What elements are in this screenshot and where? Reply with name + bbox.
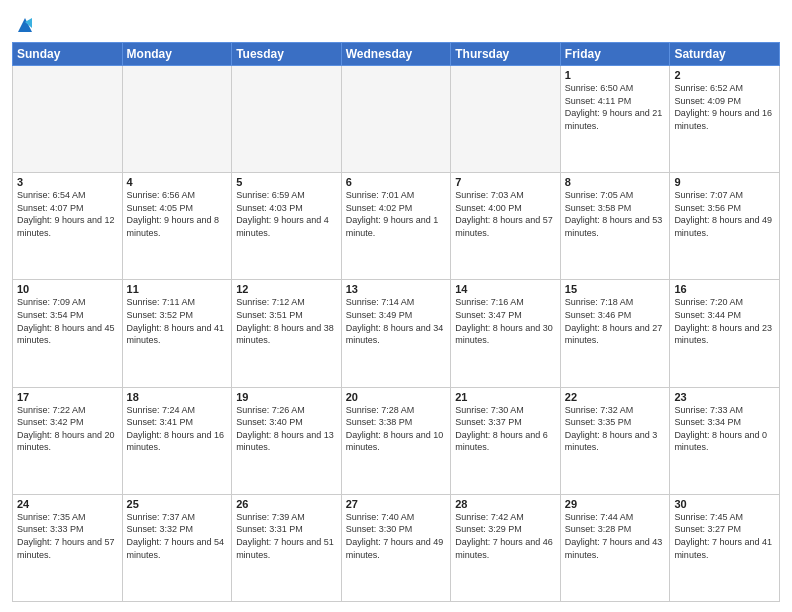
calendar-cell: 10Sunrise: 7:09 AM Sunset: 3:54 PM Dayli… bbox=[13, 280, 123, 387]
day-number: 17 bbox=[17, 391, 118, 403]
day-info: Sunrise: 6:59 AM Sunset: 4:03 PM Dayligh… bbox=[236, 189, 337, 239]
calendar-cell: 23Sunrise: 7:33 AM Sunset: 3:34 PM Dayli… bbox=[670, 387, 780, 494]
calendar-cell: 16Sunrise: 7:20 AM Sunset: 3:44 PM Dayli… bbox=[670, 280, 780, 387]
day-number: 30 bbox=[674, 498, 775, 510]
calendar-cell: 26Sunrise: 7:39 AM Sunset: 3:31 PM Dayli… bbox=[232, 494, 342, 601]
calendar-cell: 13Sunrise: 7:14 AM Sunset: 3:49 PM Dayli… bbox=[341, 280, 451, 387]
calendar-cell: 6Sunrise: 7:01 AM Sunset: 4:02 PM Daylig… bbox=[341, 173, 451, 280]
calendar-header-friday: Friday bbox=[560, 43, 670, 66]
day-info: Sunrise: 7:30 AM Sunset: 3:37 PM Dayligh… bbox=[455, 404, 556, 454]
day-number: 7 bbox=[455, 176, 556, 188]
calendar-cell: 14Sunrise: 7:16 AM Sunset: 3:47 PM Dayli… bbox=[451, 280, 561, 387]
day-number: 22 bbox=[565, 391, 666, 403]
header bbox=[12, 10, 780, 36]
calendar-cell: 28Sunrise: 7:42 AM Sunset: 3:29 PM Dayli… bbox=[451, 494, 561, 601]
calendar-cell: 3Sunrise: 6:54 AM Sunset: 4:07 PM Daylig… bbox=[13, 173, 123, 280]
calendar-cell: 9Sunrise: 7:07 AM Sunset: 3:56 PM Daylig… bbox=[670, 173, 780, 280]
day-number: 13 bbox=[346, 283, 447, 295]
calendar-cell: 8Sunrise: 7:05 AM Sunset: 3:58 PM Daylig… bbox=[560, 173, 670, 280]
day-info: Sunrise: 7:26 AM Sunset: 3:40 PM Dayligh… bbox=[236, 404, 337, 454]
calendar-cell bbox=[122, 66, 232, 173]
calendar-cell: 24Sunrise: 7:35 AM Sunset: 3:33 PM Dayli… bbox=[13, 494, 123, 601]
day-number: 23 bbox=[674, 391, 775, 403]
calendar-header-monday: Monday bbox=[122, 43, 232, 66]
calendar-cell: 2Sunrise: 6:52 AM Sunset: 4:09 PM Daylig… bbox=[670, 66, 780, 173]
day-info: Sunrise: 7:20 AM Sunset: 3:44 PM Dayligh… bbox=[674, 296, 775, 346]
calendar-week-3: 10Sunrise: 7:09 AM Sunset: 3:54 PM Dayli… bbox=[13, 280, 780, 387]
calendar-cell: 19Sunrise: 7:26 AM Sunset: 3:40 PM Dayli… bbox=[232, 387, 342, 494]
calendar-cell: 22Sunrise: 7:32 AM Sunset: 3:35 PM Dayli… bbox=[560, 387, 670, 494]
day-info: Sunrise: 7:28 AM Sunset: 3:38 PM Dayligh… bbox=[346, 404, 447, 454]
day-info: Sunrise: 7:42 AM Sunset: 3:29 PM Dayligh… bbox=[455, 511, 556, 561]
day-info: Sunrise: 7:14 AM Sunset: 3:49 PM Dayligh… bbox=[346, 296, 447, 346]
day-number: 18 bbox=[127, 391, 228, 403]
calendar-cell: 21Sunrise: 7:30 AM Sunset: 3:37 PM Dayli… bbox=[451, 387, 561, 494]
day-number: 14 bbox=[455, 283, 556, 295]
day-info: Sunrise: 7:16 AM Sunset: 3:47 PM Dayligh… bbox=[455, 296, 556, 346]
day-info: Sunrise: 7:12 AM Sunset: 3:51 PM Dayligh… bbox=[236, 296, 337, 346]
day-number: 1 bbox=[565, 69, 666, 81]
day-number: 3 bbox=[17, 176, 118, 188]
calendar-week-5: 24Sunrise: 7:35 AM Sunset: 3:33 PM Dayli… bbox=[13, 494, 780, 601]
day-number: 5 bbox=[236, 176, 337, 188]
day-info: Sunrise: 7:37 AM Sunset: 3:32 PM Dayligh… bbox=[127, 511, 228, 561]
logo-icon bbox=[14, 14, 36, 36]
calendar-cell bbox=[341, 66, 451, 173]
day-info: Sunrise: 7:40 AM Sunset: 3:30 PM Dayligh… bbox=[346, 511, 447, 561]
day-number: 16 bbox=[674, 283, 775, 295]
day-info: Sunrise: 7:01 AM Sunset: 4:02 PM Dayligh… bbox=[346, 189, 447, 239]
day-number: 15 bbox=[565, 283, 666, 295]
day-info: Sunrise: 7:05 AM Sunset: 3:58 PM Dayligh… bbox=[565, 189, 666, 239]
calendar-header-thursday: Thursday bbox=[451, 43, 561, 66]
page: SundayMondayTuesdayWednesdayThursdayFrid… bbox=[0, 0, 792, 612]
day-number: 2 bbox=[674, 69, 775, 81]
day-info: Sunrise: 7:03 AM Sunset: 4:00 PM Dayligh… bbox=[455, 189, 556, 239]
calendar-cell: 12Sunrise: 7:12 AM Sunset: 3:51 PM Dayli… bbox=[232, 280, 342, 387]
calendar-cell: 11Sunrise: 7:11 AM Sunset: 3:52 PM Dayli… bbox=[122, 280, 232, 387]
day-number: 6 bbox=[346, 176, 447, 188]
calendar-cell bbox=[13, 66, 123, 173]
day-number: 10 bbox=[17, 283, 118, 295]
calendar-header-sunday: Sunday bbox=[13, 43, 123, 66]
calendar-header-saturday: Saturday bbox=[670, 43, 780, 66]
day-info: Sunrise: 7:32 AM Sunset: 3:35 PM Dayligh… bbox=[565, 404, 666, 454]
day-number: 26 bbox=[236, 498, 337, 510]
calendar-cell: 15Sunrise: 7:18 AM Sunset: 3:46 PM Dayli… bbox=[560, 280, 670, 387]
calendar-cell: 1Sunrise: 6:50 AM Sunset: 4:11 PM Daylig… bbox=[560, 66, 670, 173]
calendar-cell: 30Sunrise: 7:45 AM Sunset: 3:27 PM Dayli… bbox=[670, 494, 780, 601]
calendar-cell bbox=[232, 66, 342, 173]
day-number: 25 bbox=[127, 498, 228, 510]
calendar-cell: 4Sunrise: 6:56 AM Sunset: 4:05 PM Daylig… bbox=[122, 173, 232, 280]
day-number: 4 bbox=[127, 176, 228, 188]
calendar-week-1: 1Sunrise: 6:50 AM Sunset: 4:11 PM Daylig… bbox=[13, 66, 780, 173]
day-info: Sunrise: 7:07 AM Sunset: 3:56 PM Dayligh… bbox=[674, 189, 775, 239]
day-info: Sunrise: 7:18 AM Sunset: 3:46 PM Dayligh… bbox=[565, 296, 666, 346]
day-number: 24 bbox=[17, 498, 118, 510]
day-info: Sunrise: 7:45 AM Sunset: 3:27 PM Dayligh… bbox=[674, 511, 775, 561]
calendar-cell: 20Sunrise: 7:28 AM Sunset: 3:38 PM Dayli… bbox=[341, 387, 451, 494]
day-number: 12 bbox=[236, 283, 337, 295]
calendar-cell: 7Sunrise: 7:03 AM Sunset: 4:00 PM Daylig… bbox=[451, 173, 561, 280]
calendar-cell: 29Sunrise: 7:44 AM Sunset: 3:28 PM Dayli… bbox=[560, 494, 670, 601]
day-number: 8 bbox=[565, 176, 666, 188]
day-info: Sunrise: 6:52 AM Sunset: 4:09 PM Dayligh… bbox=[674, 82, 775, 132]
day-number: 11 bbox=[127, 283, 228, 295]
day-info: Sunrise: 6:54 AM Sunset: 4:07 PM Dayligh… bbox=[17, 189, 118, 239]
calendar-header-wednesday: Wednesday bbox=[341, 43, 451, 66]
day-info: Sunrise: 7:22 AM Sunset: 3:42 PM Dayligh… bbox=[17, 404, 118, 454]
logo bbox=[12, 14, 36, 36]
day-info: Sunrise: 7:11 AM Sunset: 3:52 PM Dayligh… bbox=[127, 296, 228, 346]
day-number: 21 bbox=[455, 391, 556, 403]
calendar-week-4: 17Sunrise: 7:22 AM Sunset: 3:42 PM Dayli… bbox=[13, 387, 780, 494]
calendar-cell: 18Sunrise: 7:24 AM Sunset: 3:41 PM Dayli… bbox=[122, 387, 232, 494]
calendar-header-row: SundayMondayTuesdayWednesdayThursdayFrid… bbox=[13, 43, 780, 66]
day-number: 29 bbox=[565, 498, 666, 510]
day-info: Sunrise: 6:56 AM Sunset: 4:05 PM Dayligh… bbox=[127, 189, 228, 239]
day-info: Sunrise: 7:33 AM Sunset: 3:34 PM Dayligh… bbox=[674, 404, 775, 454]
calendar-table: SundayMondayTuesdayWednesdayThursdayFrid… bbox=[12, 42, 780, 602]
calendar-cell: 5Sunrise: 6:59 AM Sunset: 4:03 PM Daylig… bbox=[232, 173, 342, 280]
calendar-week-2: 3Sunrise: 6:54 AM Sunset: 4:07 PM Daylig… bbox=[13, 173, 780, 280]
day-info: Sunrise: 7:44 AM Sunset: 3:28 PM Dayligh… bbox=[565, 511, 666, 561]
day-info: Sunrise: 7:35 AM Sunset: 3:33 PM Dayligh… bbox=[17, 511, 118, 561]
day-number: 27 bbox=[346, 498, 447, 510]
